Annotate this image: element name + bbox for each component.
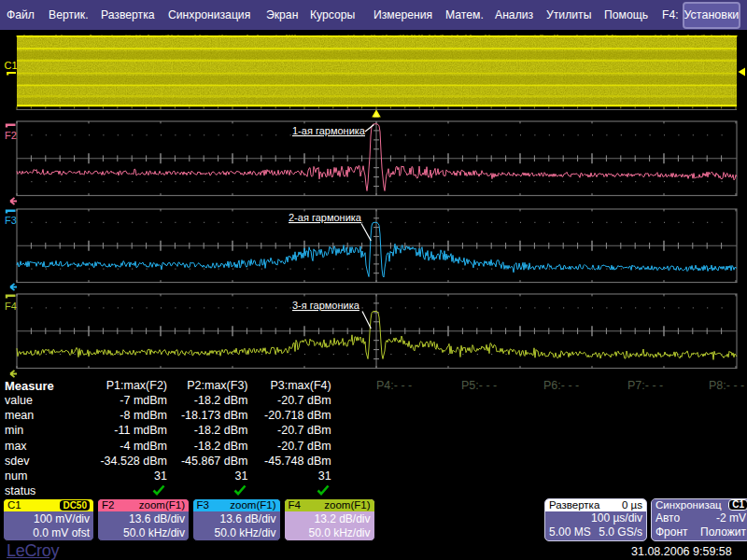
svg-text:F3: F3: [5, 215, 17, 226]
svg-text:3-я гармоника: 3-я гармоника: [292, 300, 360, 311]
svg-text:2-ая гармоника: 2-ая гармоника: [289, 212, 362, 223]
svg-text:F2: F2: [5, 130, 17, 141]
svg-text:1-ая гармоника: 1-ая гармоника: [292, 125, 366, 136]
svg-text:F4: F4: [5, 301, 17, 312]
svg-text:C1: C1: [5, 60, 18, 71]
